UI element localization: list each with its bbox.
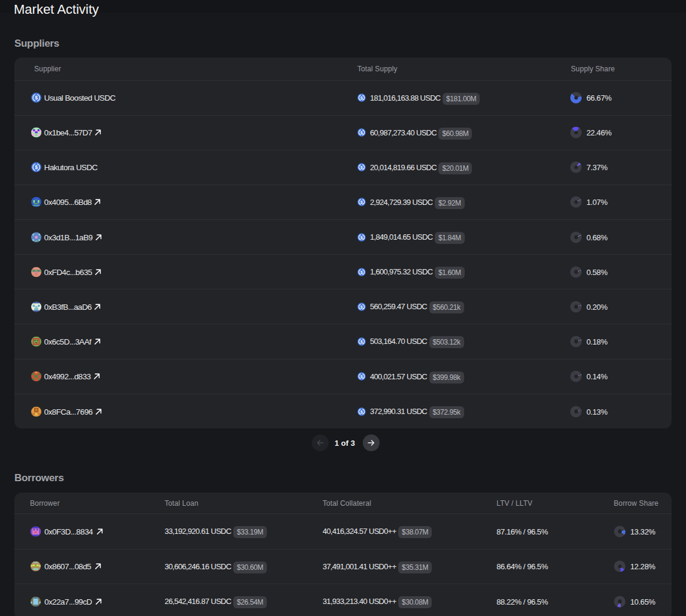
svg-text:$: $ <box>360 339 363 344</box>
svg-text:$: $ <box>360 270 363 274</box>
svg-text:$: $ <box>35 164 38 170</box>
svg-text:$: $ <box>360 235 363 240</box>
svg-text:$: $ <box>360 375 363 379</box>
svg-text:$: $ <box>360 200 363 205</box>
svg-text:$: $ <box>360 409 363 414</box>
svg-text:$: $ <box>360 131 363 135</box>
svg-text:$: $ <box>360 304 363 309</box>
svg-text:$: $ <box>360 96 363 101</box>
svg-text:$: $ <box>360 165 363 170</box>
svg-text:$: $ <box>35 95 38 101</box>
